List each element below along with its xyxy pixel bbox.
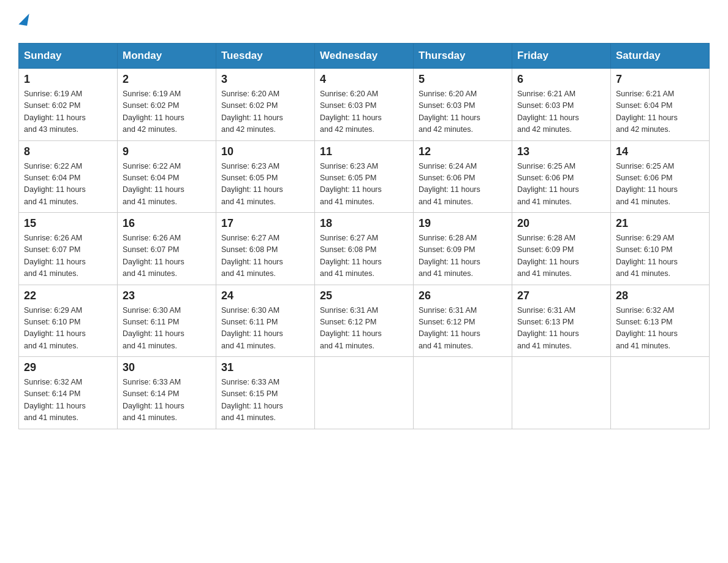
day-info: Sunrise: 6:31 AMSunset: 6:13 PMDaylight:…	[517, 305, 605, 353]
day-of-week-header: Tuesday	[216, 44, 315, 69]
day-number: 1	[24, 73, 112, 86]
calendar-day-cell: 27Sunrise: 6:31 AMSunset: 6:13 PMDayligh…	[512, 285, 611, 357]
calendar-day-cell	[512, 357, 611, 429]
day-info: Sunrise: 6:21 AMSunset: 6:04 PMDaylight:…	[616, 88, 704, 136]
calendar-day-cell: 6Sunrise: 6:21 AMSunset: 6:03 PMDaylight…	[512, 69, 611, 141]
day-number: 18	[320, 217, 408, 230]
day-info: Sunrise: 6:32 AMSunset: 6:13 PMDaylight:…	[616, 305, 704, 353]
calendar-week-row: 22Sunrise: 6:29 AMSunset: 6:10 PMDayligh…	[19, 285, 710, 357]
calendar-day-cell: 2Sunrise: 6:19 AMSunset: 6:02 PMDaylight…	[118, 69, 216, 141]
calendar-day-cell: 8Sunrise: 6:22 AMSunset: 6:04 PMDaylight…	[19, 140, 118, 213]
day-info: Sunrise: 6:26 AMSunset: 6:07 PMDaylight:…	[123, 232, 211, 280]
day-number: 21	[616, 217, 704, 230]
calendar-day-cell: 19Sunrise: 6:28 AMSunset: 6:09 PMDayligh…	[414, 213, 512, 285]
calendar-week-row: 8Sunrise: 6:22 AMSunset: 6:04 PMDaylight…	[19, 140, 710, 213]
day-info: Sunrise: 6:23 AMSunset: 6:05 PMDaylight:…	[320, 161, 408, 209]
day-info: Sunrise: 6:33 AMSunset: 6:15 PMDaylight:…	[221, 377, 309, 424]
day-number: 12	[419, 145, 507, 158]
day-info: Sunrise: 6:26 AMSunset: 6:07 PMDaylight:…	[24, 232, 112, 280]
day-of-week-header: Monday	[118, 44, 216, 69]
day-of-week-header: Sunday	[19, 44, 118, 69]
calendar-day-cell: 3Sunrise: 6:20 AMSunset: 6:02 PMDaylight…	[216, 69, 315, 141]
day-of-week-header: Friday	[512, 44, 611, 69]
day-number: 3	[221, 73, 309, 86]
day-info: Sunrise: 6:28 AMSunset: 6:09 PMDaylight:…	[517, 232, 605, 280]
day-info: Sunrise: 6:25 AMSunset: 6:06 PMDaylight:…	[616, 161, 704, 209]
day-number: 19	[419, 217, 507, 230]
calendar-day-cell: 23Sunrise: 6:30 AMSunset: 6:11 PMDayligh…	[118, 285, 216, 357]
day-info: Sunrise: 6:20 AMSunset: 6:03 PMDaylight:…	[320, 88, 408, 136]
calendar-day-cell: 11Sunrise: 6:23 AMSunset: 6:05 PMDayligh…	[315, 140, 414, 213]
day-info: Sunrise: 6:22 AMSunset: 6:04 PMDaylight:…	[123, 161, 211, 209]
page-header	[18, 12, 710, 32]
calendar-day-cell: 28Sunrise: 6:32 AMSunset: 6:13 PMDayligh…	[611, 285, 710, 357]
calendar-day-cell: 5Sunrise: 6:20 AMSunset: 6:03 PMDaylight…	[414, 69, 512, 141]
calendar-day-cell: 22Sunrise: 6:29 AMSunset: 6:10 PMDayligh…	[19, 285, 118, 357]
day-number: 4	[320, 73, 408, 86]
calendar-day-cell: 14Sunrise: 6:25 AMSunset: 6:06 PMDayligh…	[611, 140, 710, 213]
day-of-week-header: Saturday	[611, 44, 710, 69]
day-info: Sunrise: 6:27 AMSunset: 6:08 PMDaylight:…	[320, 232, 408, 280]
day-number: 16	[123, 217, 211, 230]
day-info: Sunrise: 6:20 AMSunset: 6:03 PMDaylight:…	[419, 88, 507, 136]
day-number: 27	[517, 289, 605, 302]
day-info: Sunrise: 6:31 AMSunset: 6:12 PMDaylight:…	[419, 305, 507, 353]
calendar-week-row: 15Sunrise: 6:26 AMSunset: 6:07 PMDayligh…	[19, 213, 710, 285]
day-info: Sunrise: 6:29 AMSunset: 6:10 PMDaylight:…	[24, 305, 112, 353]
day-info: Sunrise: 6:33 AMSunset: 6:14 PMDaylight:…	[123, 377, 211, 424]
calendar-week-row: 29Sunrise: 6:32 AMSunset: 6:14 PMDayligh…	[19, 357, 710, 429]
day-number: 9	[123, 145, 211, 158]
day-info: Sunrise: 6:25 AMSunset: 6:06 PMDaylight:…	[517, 161, 605, 209]
calendar-day-cell: 9Sunrise: 6:22 AMSunset: 6:04 PMDaylight…	[118, 140, 216, 213]
day-info: Sunrise: 6:24 AMSunset: 6:06 PMDaylight:…	[419, 161, 507, 209]
calendar-day-cell	[315, 357, 414, 429]
calendar-day-cell: 24Sunrise: 6:30 AMSunset: 6:11 PMDayligh…	[216, 285, 315, 357]
logo-triangle-icon	[18, 12, 29, 26]
calendar-day-cell: 1Sunrise: 6:19 AMSunset: 6:02 PMDaylight…	[19, 69, 118, 141]
day-number: 22	[24, 289, 112, 302]
day-info: Sunrise: 6:28 AMSunset: 6:09 PMDaylight:…	[419, 232, 507, 280]
day-info: Sunrise: 6:21 AMSunset: 6:03 PMDaylight:…	[517, 88, 605, 136]
calendar-day-cell: 17Sunrise: 6:27 AMSunset: 6:08 PMDayligh…	[216, 213, 315, 285]
day-number: 28	[616, 289, 704, 302]
day-info: Sunrise: 6:20 AMSunset: 6:02 PMDaylight:…	[221, 88, 309, 136]
day-info: Sunrise: 6:27 AMSunset: 6:08 PMDaylight:…	[221, 232, 309, 280]
day-number: 11	[320, 145, 408, 158]
calendar-header-row: SundayMondayTuesdayWednesdayThursdayFrid…	[19, 44, 710, 69]
day-number: 6	[517, 73, 605, 86]
day-info: Sunrise: 6:32 AMSunset: 6:14 PMDaylight:…	[24, 377, 112, 424]
calendar-day-cell: 15Sunrise: 6:26 AMSunset: 6:07 PMDayligh…	[19, 213, 118, 285]
day-info: Sunrise: 6:31 AMSunset: 6:12 PMDaylight:…	[320, 305, 408, 353]
calendar-day-cell: 13Sunrise: 6:25 AMSunset: 6:06 PMDayligh…	[512, 140, 611, 213]
day-number: 31	[221, 361, 309, 374]
calendar-day-cell: 4Sunrise: 6:20 AMSunset: 6:03 PMDaylight…	[315, 69, 414, 141]
day-number: 2	[123, 73, 211, 86]
logo-text	[18, 12, 28, 32]
day-number: 7	[616, 73, 704, 86]
day-number: 8	[24, 145, 112, 158]
day-info: Sunrise: 6:30 AMSunset: 6:11 PMDaylight:…	[221, 305, 309, 353]
calendar-day-cell: 21Sunrise: 6:29 AMSunset: 6:10 PMDayligh…	[611, 213, 710, 285]
day-number: 30	[123, 361, 211, 374]
day-number: 14	[616, 145, 704, 158]
day-number: 23	[123, 289, 211, 302]
day-number: 15	[24, 217, 112, 230]
calendar-day-cell: 30Sunrise: 6:33 AMSunset: 6:14 PMDayligh…	[118, 357, 216, 429]
logo	[18, 12, 28, 32]
calendar-day-cell: 31Sunrise: 6:33 AMSunset: 6:15 PMDayligh…	[216, 357, 315, 429]
day-info: Sunrise: 6:29 AMSunset: 6:10 PMDaylight:…	[616, 232, 704, 280]
day-number: 5	[419, 73, 507, 86]
day-number: 20	[517, 217, 605, 230]
calendar-day-cell: 20Sunrise: 6:28 AMSunset: 6:09 PMDayligh…	[512, 213, 611, 285]
calendar-day-cell: 18Sunrise: 6:27 AMSunset: 6:08 PMDayligh…	[315, 213, 414, 285]
calendar-week-row: 1Sunrise: 6:19 AMSunset: 6:02 PMDaylight…	[19, 69, 710, 141]
calendar-day-cell: 12Sunrise: 6:24 AMSunset: 6:06 PMDayligh…	[414, 140, 512, 213]
calendar-day-cell: 7Sunrise: 6:21 AMSunset: 6:04 PMDaylight…	[611, 69, 710, 141]
calendar-day-cell: 26Sunrise: 6:31 AMSunset: 6:12 PMDayligh…	[414, 285, 512, 357]
calendar-day-cell: 29Sunrise: 6:32 AMSunset: 6:14 PMDayligh…	[19, 357, 118, 429]
calendar-day-cell	[414, 357, 512, 429]
calendar-day-cell: 25Sunrise: 6:31 AMSunset: 6:12 PMDayligh…	[315, 285, 414, 357]
calendar-table: SundayMondayTuesdayWednesdayThursdayFrid…	[18, 43, 710, 429]
day-number: 10	[221, 145, 309, 158]
day-number: 17	[221, 217, 309, 230]
